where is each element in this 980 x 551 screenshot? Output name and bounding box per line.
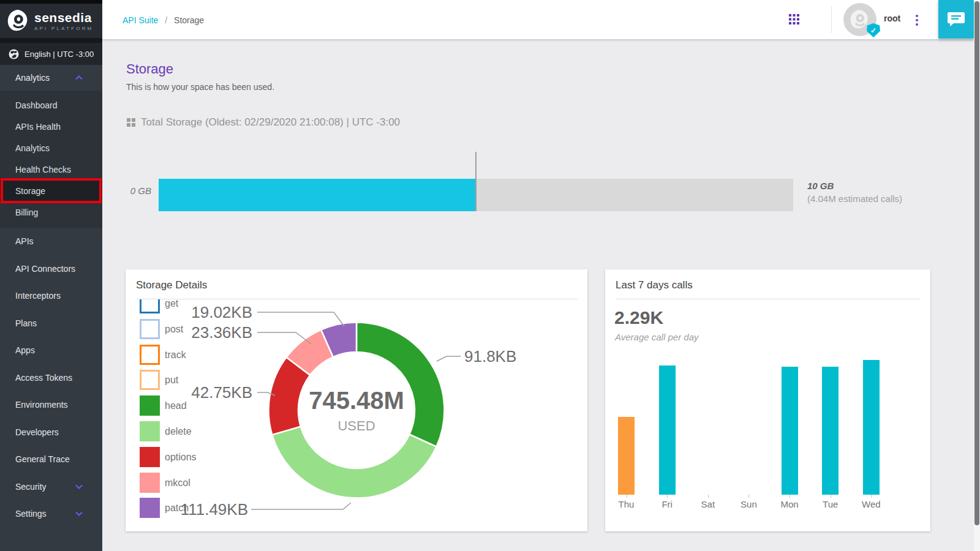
- sidebar-divider: [0, 38, 102, 43]
- storage-grid-icon: [127, 118, 135, 127]
- sidebar-item-environments[interactable]: Environments: [0, 391, 102, 419]
- sidebar-item-api-connectors[interactable]: API Connectors: [0, 255, 102, 283]
- axis-label-sat: Sat: [690, 499, 726, 509]
- axis-label-sun: Sun: [730, 499, 767, 509]
- storage-details-card: Storage Details getposttrackputheaddelet…: [126, 269, 587, 531]
- page-subtitle: This is how your space has been used.: [126, 82, 274, 92]
- axis-tick: [790, 495, 790, 498]
- sidebar-item-apis-health[interactable]: APIs Health: [0, 116, 102, 137]
- callout-options: 42.75KB: [154, 383, 252, 402]
- legend-swatch-delete[interactable]: [140, 421, 160, 441]
- chevron-down-icon: [75, 484, 83, 489]
- legend-swatch-track[interactable]: [140, 345, 160, 365]
- sidebar-collapsed-groups: SecuritySettings: [0, 473, 102, 528]
- sidebar-group-settings[interactable]: Settings: [0, 500, 102, 528]
- sidebar-item-dashboard[interactable]: Dashboard: [0, 94, 102, 116]
- axis-label-wed: Wed: [853, 499, 889, 509]
- sidebar-nav: Analytics DashboardAPIs HealthAnalyticsH…: [0, 65, 102, 528]
- axis-tick: [748, 495, 749, 498]
- app-root: sensedia API PLATFORM English | UTC -3:0…: [0, 0, 980, 551]
- sensedia-logo-icon: [7, 9, 29, 32]
- brand-tagline: API PLATFORM: [34, 26, 93, 31]
- sidebar-item-label: Environments: [15, 400, 68, 410]
- sidebar-item-billing[interactable]: Billing: [0, 201, 102, 223]
- card-divider: [616, 299, 921, 299]
- sidebar-item-general-trace[interactable]: General Trace: [0, 446, 102, 473]
- scrollbar-thumb[interactable]: [974, 1, 979, 525]
- legend-label-delete: delete: [165, 426, 192, 437]
- callout-delete: 111.49KB: [150, 500, 248, 519]
- axis-tick: [708, 495, 709, 498]
- topbar-divider: [831, 6, 832, 33]
- sidebar-item-storage[interactable]: Storage: [0, 180, 102, 201]
- last-7-days-title: Last 7 days calls: [616, 279, 693, 291]
- breadcrumb: API Suite / Storage: [123, 15, 204, 25]
- chat-button[interactable]: [938, 0, 974, 39]
- sidebar-item-apis[interactable]: APIs: [0, 228, 102, 255]
- language-label: English | UTC -3:00: [24, 50, 94, 59]
- bar-thu[interactable]: [618, 417, 635, 495]
- sidebar-item-label: General Trace: [15, 454, 70, 464]
- username: root: [884, 13, 900, 23]
- callout-patch: 19.02KB: [154, 303, 252, 322]
- sidebar-item-access-tokens[interactable]: Access Tokens: [0, 364, 102, 392]
- axis-tick: [831, 495, 831, 498]
- sidebar-item-label: Plans: [15, 318, 37, 328]
- bar-mon[interactable]: [782, 367, 798, 495]
- sidebar-item-label: Storage: [15, 186, 45, 196]
- sidebar-item-label: Access Tokens: [15, 373, 72, 383]
- sidebar-item-label: API Connectors: [15, 264, 75, 274]
- legend-label-mkcol: mkcol: [165, 478, 190, 489]
- page-title: Storage: [126, 61, 173, 77]
- axis-label-mon: Mon: [771, 499, 808, 509]
- globe-icon: [9, 49, 19, 59]
- sidebar-group-analytics[interactable]: Analytics: [0, 65, 102, 91]
- storage-details-title: Storage Details: [136, 279, 207, 291]
- bar-tue[interactable]: [822, 367, 839, 495]
- sidebar: sensedia API PLATFORM English | UTC -3:0…: [0, 0, 102, 551]
- sidebar-item-apps[interactable]: Apps: [0, 337, 102, 364]
- legend-swatch-mkcol[interactable]: [140, 473, 160, 493]
- sidebar-item-label: Interceptors: [15, 291, 61, 301]
- last-7-days-card: Last 7 days calls 2.29K Average call per…: [605, 269, 930, 531]
- donut-slice-head[interactable]: [356, 323, 444, 447]
- sidebar-item-developers[interactable]: Developers: [0, 419, 102, 446]
- storage-max-label: 10 GB: [807, 181, 834, 191]
- average-calls-label: Average call per day: [615, 332, 698, 342]
- axis-tick: [871, 495, 872, 498]
- sidebar-item-analytics[interactable]: Analytics: [0, 137, 102, 159]
- user-menu-kebab-icon[interactable]: [915, 15, 919, 26]
- card-divider: [136, 299, 578, 299]
- storage-level-marker: [475, 152, 477, 211]
- bar-wed[interactable]: [863, 360, 880, 495]
- storage-estimated-calls: (4.04M estimated calls): [807, 193, 902, 204]
- axis-tick: [667, 495, 668, 498]
- breadcrumb-current: Storage: [174, 15, 204, 25]
- sidebar-group-label: Analytics: [15, 73, 50, 83]
- sidebar-group-security[interactable]: Security: [0, 473, 102, 501]
- sidebar-item-label: APIs Health: [15, 122, 61, 132]
- sidebar-item-interceptors[interactable]: Interceptors: [0, 282, 102, 310]
- sidebar-item-health-checks[interactable]: Health Checks: [0, 159, 102, 180]
- callout-head: 91.8KB: [464, 347, 516, 366]
- apps-grid-icon[interactable]: [789, 14, 799, 24]
- verified-shield-icon: ✓: [867, 23, 880, 37]
- topbar: API Suite / Storage ✓ root: [102, 0, 974, 39]
- language-selector[interactable]: English | UTC -3:00: [0, 43, 102, 65]
- axis-label-fri: Fri: [649, 499, 685, 509]
- sidebar-item-plans[interactable]: Plans: [0, 310, 102, 337]
- scrollbar-track[interactable]: [974, 0, 980, 551]
- sidebar-item-label: Health Checks: [15, 165, 71, 174]
- breadcrumb-api-suite[interactable]: API Suite: [123, 15, 158, 25]
- sidebar-group-label: Settings: [15, 509, 47, 519]
- legend-swatch-options[interactable]: [140, 447, 160, 467]
- total-storage-label: Total Storage (Oldest: 02/29/2020 21:00:…: [141, 116, 400, 129]
- bar-fri[interactable]: [659, 365, 676, 495]
- brand-name: sensedia: [34, 11, 93, 24]
- axis-tick: [627, 495, 627, 498]
- chevron-up-icon: [75, 75, 83, 80]
- sidebar-item-label: Dashboard: [15, 100, 58, 110]
- brand-logo[interactable]: sensedia API PLATFORM: [0, 4, 102, 38]
- donut-slice-delete[interactable]: [272, 427, 436, 498]
- donut-chart[interactable]: [268, 321, 445, 499]
